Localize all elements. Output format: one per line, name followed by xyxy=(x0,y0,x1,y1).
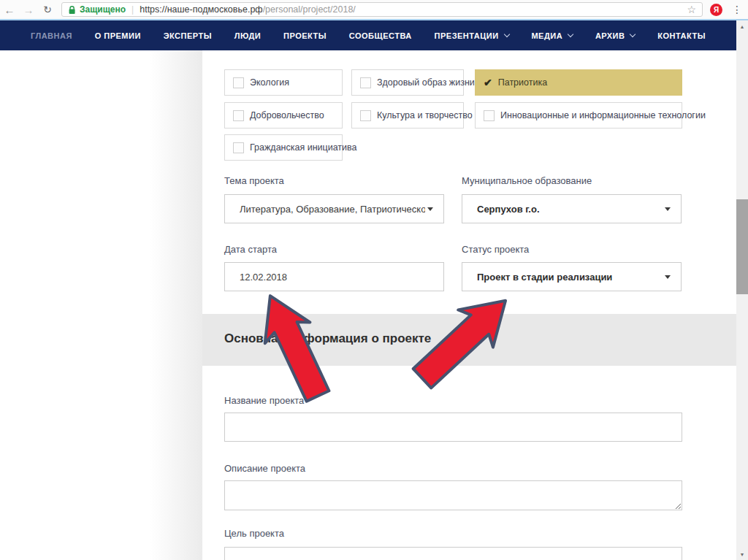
chevron-down-icon xyxy=(568,31,573,37)
chevron-down-icon xyxy=(427,207,433,211)
browser-toolbar: ← → ↻ Защищено | https://наше-подмосковь… xyxy=(0,0,748,19)
section-title: Основная информация о проекте xyxy=(224,331,431,346)
theme-select[interactable]: Литература, Образование, Патриотическое … xyxy=(224,194,444,223)
status-select[interactable]: Проект в стадии реализации xyxy=(462,262,682,291)
chevron-down-icon xyxy=(630,31,636,37)
nav-item-soobshchestva[interactable]: СООБЩЕСТВА xyxy=(349,31,412,40)
project-description-textarea[interactable] xyxy=(224,480,682,510)
checkbox xyxy=(233,77,244,88)
project-goal-label: Цель проекта xyxy=(224,528,284,539)
screen: ← → ↻ Защищено | https://наше-подмосковь… xyxy=(0,0,748,560)
project-name-input[interactable] xyxy=(224,413,682,442)
nav-item-kontakty[interactable]: КОНТАКТЫ xyxy=(657,31,706,40)
site-navigation: ГЛАВНАЯ О ПРЕМИИ ЭКСПЕРТЫ ЛЮДИ ПРОЕКТЫ С… xyxy=(0,20,736,50)
nav-item-proekty[interactable]: ПРОЕКТЫ xyxy=(283,31,327,40)
start-date-label: Дата старта xyxy=(224,244,277,255)
check-icon: ✔ xyxy=(484,77,492,88)
bookmark-star-icon[interactable]: ☆ xyxy=(687,4,696,15)
category-option-volunteering[interactable]: ✔Добровольчество xyxy=(224,102,343,129)
project-name-label: Название проекта xyxy=(224,395,304,406)
nav-item-eksperty[interactable]: ЭКСПЕРТЫ xyxy=(164,31,212,40)
scrollbar[interactable]: ▲ ▼ xyxy=(736,20,748,560)
category-option-healthy-lifestyle[interactable]: ✔Здоровый образ жизни xyxy=(351,69,464,96)
scroll-down-icon[interactable]: ▼ xyxy=(736,548,748,560)
checkbox xyxy=(233,142,244,153)
chevron-down-icon xyxy=(665,275,671,279)
url-path: /personal/project/2018/ xyxy=(263,4,356,15)
status-label: Статус проекта xyxy=(462,244,529,255)
nav-item-lyudi[interactable]: ЛЮДИ xyxy=(234,31,262,40)
theme-label: Тема проекта xyxy=(224,175,284,186)
category-option-innovation[interactable]: ✔Инновационные и информационные технолог… xyxy=(475,102,682,129)
extension-icon[interactable]: Я xyxy=(710,4,722,16)
checkbox xyxy=(233,110,244,121)
category-option-civic-initiative[interactable]: ✔Гражданская инициатива xyxy=(224,134,343,161)
forward-icon[interactable]: → xyxy=(19,4,38,16)
content-left-shadow xyxy=(150,50,202,560)
nav-item-media[interactable]: МЕДИА xyxy=(531,31,573,40)
chevron-down-icon xyxy=(503,31,509,37)
project-description-label: Описание проекта xyxy=(224,463,305,474)
checkbox xyxy=(360,77,371,88)
nav-item-arkhiv[interactable]: АРХИВ xyxy=(595,31,636,40)
back-icon[interactable]: ← xyxy=(0,4,19,16)
checkbox xyxy=(484,110,495,121)
nav-item-prezentatsii[interactable]: ПРЕЗЕНТАЦИИ xyxy=(435,31,509,40)
checkbox xyxy=(360,110,371,121)
security-label: Защищено xyxy=(80,4,126,15)
chevron-down-icon xyxy=(665,207,671,211)
scrollbar-thumb[interactable] xyxy=(736,199,748,294)
category-option-culture[interactable]: ✔Культура и творчество xyxy=(351,102,464,129)
section-header: Основная информация о проекте xyxy=(202,314,736,366)
municipality-label: Муниципальное образование xyxy=(462,175,592,186)
category-option-patriotism[interactable]: ✔Патриотика xyxy=(475,69,682,96)
scroll-up-icon[interactable]: ▲ xyxy=(736,20,748,32)
project-goal-textarea[interactable] xyxy=(224,547,682,560)
reload-icon[interactable]: ↻ xyxy=(38,4,57,15)
address-bar[interactable]: Защищено | https://наше-подмосковье.рф /… xyxy=(61,2,703,17)
nav-item-glavnaya[interactable]: ГЛАВНАЯ xyxy=(31,31,72,40)
url-separator: | xyxy=(131,4,134,15)
url-host: https://наше-подмосковье.рф xyxy=(140,4,262,15)
lock-icon xyxy=(68,5,76,15)
start-date-input[interactable] xyxy=(224,262,444,291)
browser-menu-icon[interactable]: ⋮ xyxy=(730,4,744,15)
nav-item-o-premii[interactable]: О ПРЕМИИ xyxy=(95,31,141,40)
municipality-select[interactable]: Серпухов г.о. xyxy=(462,194,682,223)
category-option-ecology[interactable]: ✔Экология xyxy=(224,69,343,96)
